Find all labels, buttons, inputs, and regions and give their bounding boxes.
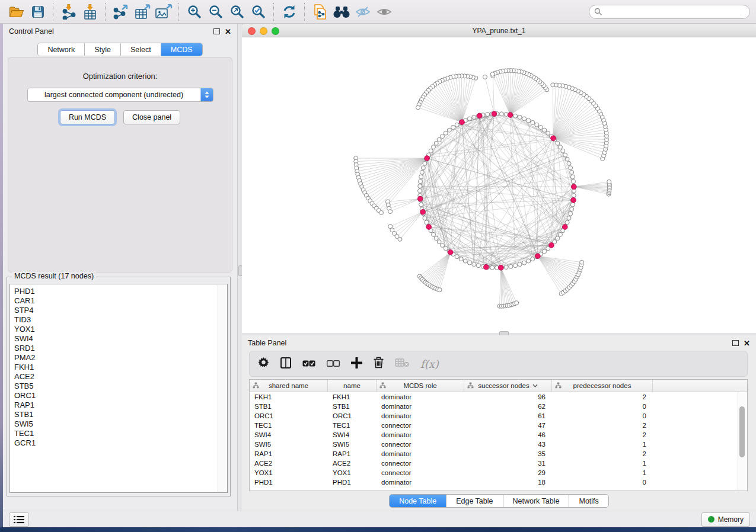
network-node[interactable] xyxy=(432,232,436,236)
network-node[interactable] xyxy=(419,175,423,179)
network-window-titlebar[interactable]: YPA_prune.txt_1 xyxy=(242,25,756,37)
close-panel-icon[interactable]: ✕ xyxy=(744,339,750,347)
tab-mcds[interactable]: MCDS xyxy=(161,43,202,56)
column-header-name[interactable]: name xyxy=(328,380,377,392)
network-node[interactable] xyxy=(437,240,441,244)
network-node[interactable] xyxy=(416,105,420,110)
result-node-item[interactable]: TID3 xyxy=(10,315,218,325)
network-node[interactable] xyxy=(565,157,569,161)
add-column-icon[interactable] xyxy=(351,357,362,371)
zoom-in-icon[interactable] xyxy=(184,2,205,21)
network-node[interactable] xyxy=(504,265,508,270)
network-node[interactable] xyxy=(531,257,535,261)
mcds-dominator-node[interactable] xyxy=(460,120,465,125)
network-node[interactable] xyxy=(388,210,393,214)
network-node[interactable] xyxy=(569,211,573,216)
network-node[interactable] xyxy=(451,126,455,130)
network-node[interactable] xyxy=(441,243,445,247)
network-node[interactable] xyxy=(429,149,433,153)
network-node[interactable] xyxy=(419,203,423,207)
function-builder-icon[interactable]: f(x) xyxy=(420,358,439,370)
network-node[interactable] xyxy=(418,180,422,184)
mcds-dominator-node[interactable] xyxy=(549,243,554,248)
network-node[interactable] xyxy=(546,131,550,135)
result-node-item[interactable]: FKH1 xyxy=(10,363,218,372)
network-node[interactable] xyxy=(379,210,384,214)
deselect-all-icon[interactable] xyxy=(327,358,340,369)
result-node-item[interactable]: RAP1 xyxy=(10,400,218,410)
network-node[interactable] xyxy=(434,141,438,145)
tab-network[interactable]: Network xyxy=(38,43,85,56)
network-node[interactable] xyxy=(561,149,565,153)
network-node[interactable] xyxy=(420,170,424,174)
network-node[interactable] xyxy=(522,117,527,121)
result-node-item[interactable]: ORC1 xyxy=(10,391,218,400)
search-input[interactable] xyxy=(602,7,745,17)
result-node-item[interactable]: PMA2 xyxy=(10,353,218,363)
network-node[interactable] xyxy=(472,262,476,267)
table-scrollbar-thumb[interactable] xyxy=(739,406,745,457)
network-node[interactable] xyxy=(447,128,451,132)
network-node[interactable] xyxy=(476,264,480,268)
refresh-layout-icon[interactable] xyxy=(279,2,300,21)
export-image-icon[interactable] xyxy=(153,2,174,21)
hide-selected-icon[interactable] xyxy=(352,2,374,21)
network-node[interactable] xyxy=(572,180,576,184)
tab-style[interactable]: Style xyxy=(85,43,121,56)
network-node[interactable] xyxy=(567,216,571,220)
network-node[interactable] xyxy=(518,262,522,267)
table-row[interactable]: STB1STB1dominator620 xyxy=(250,402,747,411)
network-node[interactable] xyxy=(543,249,547,254)
network-node[interactable] xyxy=(444,246,448,251)
network-node[interactable] xyxy=(438,288,442,292)
duplicate-network-icon[interactable] xyxy=(310,2,331,21)
import-network-icon[interactable] xyxy=(58,2,79,21)
float-panel-icon[interactable] xyxy=(732,340,739,346)
network-node[interactable] xyxy=(441,134,445,139)
result-node-item[interactable]: PHD1 xyxy=(10,287,218,296)
network-node[interactable] xyxy=(509,264,513,268)
result-node-item[interactable]: STB5 xyxy=(10,382,218,391)
memory-button[interactable]: Memory xyxy=(701,512,750,527)
network-node[interactable] xyxy=(558,145,562,149)
table-row[interactable]: YOX1YOX1connector291 xyxy=(250,468,747,477)
binoculars-search-icon[interactable] xyxy=(331,2,352,21)
network-node[interactable] xyxy=(421,166,425,170)
result-node-item[interactable]: GCR1 xyxy=(10,438,218,448)
result-node-item[interactable]: SRD1 xyxy=(10,344,218,353)
zoom-selected-icon[interactable] xyxy=(248,2,269,21)
network-node[interactable] xyxy=(486,112,490,116)
network-node[interactable] xyxy=(572,193,576,197)
column-header-MCDS-role[interactable]: MCDS role xyxy=(377,380,464,392)
tab-node-table[interactable]: Node Table xyxy=(390,495,446,507)
network-node[interactable] xyxy=(398,237,402,241)
sort-chevron-icon[interactable] xyxy=(532,384,538,387)
network-node[interactable] xyxy=(551,83,555,87)
mcds-dominator-node[interactable] xyxy=(571,198,576,203)
close-panel-icon[interactable]: ✕ xyxy=(225,28,231,36)
network-node[interactable] xyxy=(556,141,560,145)
open-folder-icon[interactable] xyxy=(6,2,27,21)
column-header-shared-name[interactable]: shared name xyxy=(250,380,328,392)
search-field[interactable] xyxy=(589,5,750,19)
network-node[interactable] xyxy=(513,114,518,118)
maximize-window-button[interactable] xyxy=(272,27,279,35)
network-node[interactable] xyxy=(425,220,429,225)
network-node[interactable] xyxy=(418,184,422,188)
result-node-item[interactable]: TEC1 xyxy=(10,429,218,438)
mcds-dominator-node[interactable] xyxy=(426,225,432,230)
mcds-dominator-node[interactable] xyxy=(484,264,489,270)
zoom-fit-icon[interactable] xyxy=(227,2,248,21)
column-visibility-icon[interactable] xyxy=(280,357,291,371)
table-row[interactable]: ORC1ORC1dominator610 xyxy=(250,411,747,421)
network-node[interactable] xyxy=(513,264,518,268)
task-history-button[interactable] xyxy=(9,512,29,527)
mcds-dominator-node[interactable] xyxy=(448,250,453,255)
network-node[interactable] xyxy=(527,259,531,263)
mcds-dominator-node[interactable] xyxy=(499,265,504,271)
network-node[interactable] xyxy=(570,175,575,179)
network-node[interactable] xyxy=(423,161,427,165)
table-row[interactable]: RAP1RAP1dominator352 xyxy=(250,449,747,459)
network-node[interactable] xyxy=(423,216,427,220)
mcds-dominator-node[interactable] xyxy=(551,136,556,141)
